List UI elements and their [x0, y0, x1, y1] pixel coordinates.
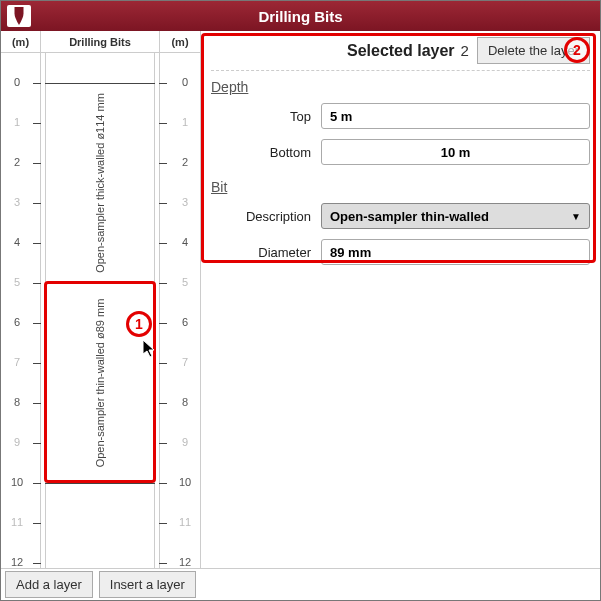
insert-layer-button[interactable]: Insert a layer	[99, 571, 196, 598]
add-layer-button[interactable]: Add a layer	[5, 571, 93, 598]
depth-group: Depth Top Bottom	[211, 75, 590, 165]
diameter-label: Diameter	[211, 245, 311, 260]
description-label: Description	[211, 209, 311, 224]
tick-label: 0	[171, 76, 199, 88]
ruler-left: 0123456789101112	[1, 53, 41, 568]
chevron-down-icon: ▼	[571, 211, 581, 222]
tick-label: 1	[171, 116, 199, 128]
tick-label: 11	[3, 516, 31, 528]
tick-label: 10	[3, 476, 31, 488]
track-body[interactable]: 0123456789101112 Open-sampler thick-wall…	[1, 53, 200, 568]
depth-label: Depth	[211, 75, 590, 95]
bit-label: Bit	[211, 175, 590, 195]
ruler-right: 0123456789101112	[159, 53, 199, 568]
properties-pane: Selected layer 2 Delete the layer Depth …	[201, 31, 600, 568]
description-select[interactable]: Open-sampler thin-walled ▼	[321, 203, 590, 229]
track-pane: (m) Drilling Bits (m) 0123456789101112 O…	[1, 31, 201, 568]
bottom-label: Bottom	[211, 145, 311, 160]
layer-label: Open-sampler thin-walled ø89 mm	[94, 299, 106, 468]
titlebar: Drilling Bits	[1, 1, 600, 31]
tick-label: 2	[3, 156, 31, 168]
app-icon	[7, 5, 31, 27]
tick-label: 12	[3, 556, 31, 568]
tick-label: 6	[3, 316, 31, 328]
window-title: Drilling Bits	[1, 8, 600, 25]
bottom-toolbar: Add a layer Insert a layer	[1, 568, 600, 600]
track-header: (m) Drilling Bits (m)	[1, 31, 200, 53]
selected-layer-title: Selected layer	[347, 42, 455, 60]
tick-label: 7	[3, 356, 31, 368]
tick-label: 0	[3, 76, 31, 88]
top-label: Top	[211, 109, 311, 124]
tick-label: 6	[171, 316, 199, 328]
tick-label: 4	[171, 236, 199, 248]
bottom-input[interactable]	[321, 139, 590, 165]
properties-header: Selected layer 2 Delete the layer	[211, 37, 590, 64]
bit-group: Bit Description Open-sampler thin-walled…	[211, 175, 590, 265]
tick-label: 3	[3, 196, 31, 208]
tick-label: 5	[171, 276, 199, 288]
layer-block-1[interactable]: Open-sampler thick-walled ø114 mm	[45, 83, 155, 283]
tick-label: 11	[171, 516, 199, 528]
selected-layer-number: 2	[461, 42, 469, 59]
tick-label: 10	[171, 476, 199, 488]
header-depth-right: (m)	[160, 31, 200, 52]
layer-label: Open-sampler thick-walled ø114 mm	[94, 93, 106, 273]
header-depth-left: (m)	[1, 31, 41, 52]
tick-label: 2	[171, 156, 199, 168]
tick-label: 3	[171, 196, 199, 208]
content-area: (m) Drilling Bits (m) 0123456789101112 O…	[1, 31, 600, 568]
tick-label: 1	[3, 116, 31, 128]
tick-label: 5	[3, 276, 31, 288]
tick-label: 12	[171, 556, 199, 568]
description-value: Open-sampler thin-walled	[330, 209, 489, 224]
tick-label: 7	[171, 356, 199, 368]
tick-label: 8	[171, 396, 199, 408]
top-input[interactable]	[321, 103, 590, 129]
tick-label: 9	[171, 436, 199, 448]
delete-layer-button[interactable]: Delete the layer	[477, 37, 590, 64]
header-drilling-bits: Drilling Bits	[41, 31, 160, 52]
layer-column[interactable]: Open-sampler thick-walled ø114 mmOpen-sa…	[41, 53, 159, 568]
drilling-bits-window: Drilling Bits (m) Drilling Bits (m) 0123…	[0, 0, 601, 601]
tick-label: 9	[3, 436, 31, 448]
layer-block-2[interactable]: Open-sampler thin-walled ø89 mm	[45, 283, 155, 483]
tick-label: 4	[3, 236, 31, 248]
diameter-input[interactable]	[321, 239, 590, 265]
tick-label: 8	[3, 396, 31, 408]
